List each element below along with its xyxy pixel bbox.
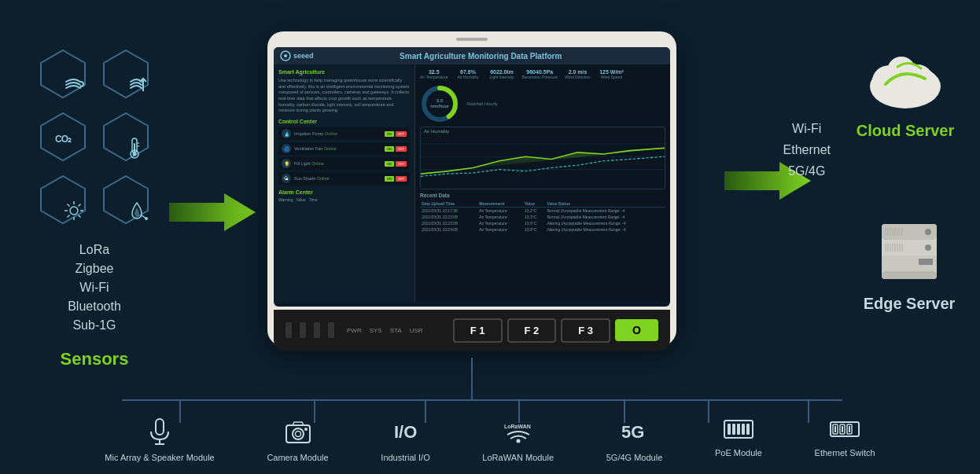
control-item-2: 💡 Fill Light Online ON OFF <box>278 157 410 170</box>
svg-point-8 <box>133 152 137 156</box>
5g-icon: 5G <box>620 417 648 450</box>
pump-on-btn[interactable]: ON <box>385 131 394 137</box>
svg-line-17 <box>68 204 70 207</box>
poe-icon <box>723 417 754 445</box>
svg-line-20 <box>68 215 70 218</box>
svg-rect-82 <box>834 426 836 432</box>
smart-ag-description: Use technology to help managing greenhou… <box>278 78 410 114</box>
cloud-server-label: Cloud Server <box>857 122 954 140</box>
shade-name: Sun Shade Online <box>294 176 381 181</box>
air-temp-value: 32.5 <box>429 69 440 75</box>
svg-text:I/O: I/O <box>394 422 417 442</box>
alarm-header-time: Time <box>309 197 318 202</box>
mic-array-module: Mic Array & Speaker Module <box>105 417 214 462</box>
ethernet-switch-icon <box>829 417 860 445</box>
light-on-btn[interactable]: ON <box>385 161 394 167</box>
io-icon: I/O <box>392 417 420 450</box>
pump-off-btn[interactable]: OFF <box>396 131 407 137</box>
rainfall-label: Rainfall Hourly <box>467 101 498 106</box>
svg-text:5G: 5G <box>621 422 644 442</box>
row4-val: 15.8°C <box>523 226 545 233</box>
arrow-sensors-tablet <box>169 189 256 239</box>
protocol-zigbee: Zigbee <box>68 259 121 278</box>
poe-module: PoE Module <box>715 417 762 457</box>
shade-off-btn[interactable]: OFF <box>396 176 407 182</box>
svg-rect-73 <box>728 424 731 435</box>
camera-module: Camera Module <box>267 417 328 462</box>
connectivity-text: Wi-Fi Ethernet 5G/4G <box>783 118 831 182</box>
table-row: 2021/03/31 10:23:08 Air Temperature 15.5… <box>420 220 665 226</box>
svg-rect-75 <box>737 424 740 435</box>
cloud-icon-wrapper <box>854 39 956 118</box>
rainfall-section: 3.0 mm/hour Rainfall Hourly <box>420 84 665 123</box>
f2-button[interactable]: F 2 <box>507 318 557 343</box>
conn-wifi: Wi-Fi <box>783 118 831 139</box>
sta-label: STA <box>390 327 402 334</box>
protocol-sub1g: Sub-1G <box>68 316 121 335</box>
rainfall-gauge: 3.0 mm/hour <box>420 84 459 123</box>
temperature-hex <box>99 110 153 164</box>
led-usr <box>328 322 334 338</box>
f3-button[interactable]: F 3 <box>561 318 610 343</box>
usr-label: USR <box>410 327 423 334</box>
light-off-btn[interactable]: OFF <box>396 161 407 167</box>
light-label: Light Intensity <box>490 75 514 79</box>
tablet-screen: seeed Smart Agriculture Monitoring Data … <box>274 47 670 307</box>
svg-rect-7 <box>134 143 135 152</box>
sensors-section: CO₂ <box>16 47 173 369</box>
svg-rect-77 <box>746 424 750 435</box>
fan-icon: 🌀 <box>282 144 291 153</box>
svg-rect-76 <box>742 424 745 435</box>
col-time: Data Upload Time <box>420 200 477 208</box>
bottom-modules: Mic Array & Speaker Module Camera Module… <box>79 417 901 462</box>
tablet-device: seeed Smart Agriculture Monitoring Data … <box>267 31 676 362</box>
svg-line-18 <box>79 215 81 218</box>
mic-array-icon <box>147 417 172 450</box>
air-temp-label: Air Temperature <box>420 75 448 79</box>
row1-status: Normal (Acceptable Measurement Range: -4 <box>545 208 665 215</box>
lorawan-icon: LoRaWAN <box>503 417 533 450</box>
shade-on-btn[interactable]: ON <box>385 176 394 182</box>
rainfall-value: 3.0 <box>430 98 449 104</box>
row2-val: 15.3°C <box>523 214 545 220</box>
metric-pressure: 96040.5Pa Barometric Pressure <box>521 69 558 79</box>
light-value: 6022.0lm <box>490 69 514 75</box>
table-row: 2021/03/31 10:24:08 Air Temperature 15.8… <box>420 226 665 233</box>
screen-header: seeed Smart Agriculture Monitoring Data … <box>274 47 670 64</box>
svg-rect-84 <box>849 426 850 432</box>
alarm-row-headers: Warning Value Time <box>278 197 410 202</box>
co2-hex: CO₂ <box>36 110 90 164</box>
data-table: Data Upload Time Measurement Value Value… <box>420 200 665 233</box>
f1-button[interactable]: F 1 <box>453 318 503 343</box>
power-button[interactable]: O <box>615 319 658 341</box>
smart-ag-title: Smart Agriculture <box>278 69 410 75</box>
row1-val: 15.2°C <box>523 208 545 215</box>
chart-title: Air Humidity <box>421 127 665 135</box>
fan-off-btn[interactable]: OFF <box>396 146 407 152</box>
col-measurement: Measurement <box>477 200 523 208</box>
svg-point-26 <box>284 54 287 57</box>
table-row: 2021/03/31 10:17:36 Air Temperature 15.2… <box>420 208 665 215</box>
soil-moisture-hex <box>99 173 153 226</box>
industrial-io-module: I/O Industrial I/O <box>381 417 429 462</box>
server-icon-wrapper <box>862 212 956 291</box>
svg-point-70 <box>516 439 520 443</box>
pwr-label: PWR <box>347 327 362 334</box>
row3-time: 2021/03/31 10:23:08 <box>420 220 477 226</box>
fan-on-btn[interactable]: ON <box>385 146 394 152</box>
recent-data-title: Recent Data <box>420 193 665 198</box>
row2-time: 2021/03/31 10:22:08 <box>420 214 477 220</box>
lorawan-module: LoRaWAN LoRaWAN Module <box>482 417 554 462</box>
conn-5g4g: 5G/4G <box>783 160 831 182</box>
shade-icon: 🌤 <box>282 174 291 183</box>
svg-text:LoRaWAN: LoRaWAN <box>504 424 531 429</box>
alarm-title: Alarm Center <box>278 189 410 195</box>
sensor-metrics: 32.5 Air Temperature 67.6% Air Humidity … <box>420 69 665 79</box>
wind-direction-hex <box>99 47 153 101</box>
col-value: Value <box>523 200 545 208</box>
svg-point-23 <box>145 217 148 220</box>
co2-icon: CO₂ <box>55 127 71 147</box>
metric-wind-dir: 2.0 m/s Wind Direction <box>564 69 591 79</box>
light-name: Fill Light Online <box>294 161 381 166</box>
col-status: Value Status <box>545 200 665 208</box>
